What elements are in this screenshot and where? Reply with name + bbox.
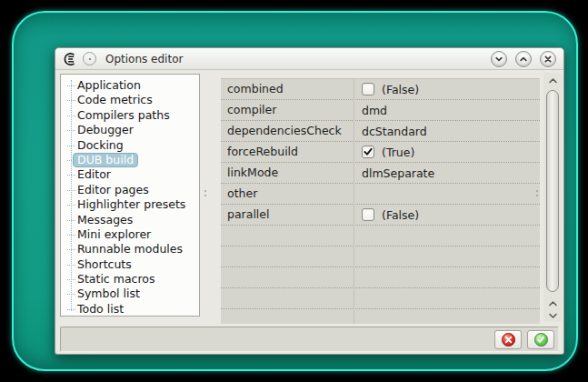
grid-vertical-scrollbar[interactable] (543, 73, 562, 322)
property-value-text: dlmSeparate (362, 166, 434, 180)
grid-row-other[interactable]: other (221, 184, 540, 205)
grid-row-empty (221, 288, 540, 309)
sidebar-item-dub-build[interactable]: DUB build (61, 153, 199, 167)
sidebar-item-label: Mini explorer (77, 227, 151, 242)
combined-checkbox[interactable] (362, 83, 374, 96)
desktop-background: Options editor ApplicationCode metricsCo… (0, 0, 588, 382)
sidebar-item-label: Editor (77, 167, 111, 182)
chevron-down-icon (494, 55, 503, 64)
property-name: other (221, 184, 354, 204)
property-value-text: (True) (382, 146, 414, 159)
property-name (221, 288, 354, 308)
sidebar-item-shortcuts[interactable]: Shortcuts (61, 257, 199, 272)
splitter-grip-right[interactable] (535, 190, 538, 196)
scroll-up-button-bottom[interactable] (543, 297, 562, 309)
property-name (221, 309, 354, 324)
property-value (354, 309, 540, 324)
sidebar-item-todo-list[interactable]: Todo list (61, 302, 199, 317)
titlebar[interactable]: Options editor (55, 48, 563, 70)
sidebar-item-label: Docking (77, 138, 124, 153)
sidebar-item-compilers-paths[interactable]: Compilers paths (61, 108, 199, 123)
sidebar-item-label: DUB build (73, 153, 138, 167)
tree-items: ApplicationCode metricsCompilers pathsDe… (61, 78, 199, 317)
sidebar-item-mini-explorer[interactable]: Mini explorer (61, 227, 199, 242)
property-grid[interactable]: combined(False)compilerdmddependenciesCh… (221, 78, 540, 324)
grid-rows: combined(False)compilerdmddependenciesCh… (221, 79, 540, 324)
unshade-button[interactable] (515, 51, 532, 67)
sidebar-item-label: Shortcuts (77, 257, 132, 272)
sidebar-item-label: Debugger (77, 123, 134, 137)
grid-row-empty (221, 226, 540, 246)
property-value[interactable]: (False) (354, 205, 540, 225)
red-cross-icon (502, 333, 515, 347)
property-name (221, 246, 354, 266)
sidebar-item-application[interactable]: Application (61, 78, 199, 93)
window-frame: Options editor ApplicationCode metricsCo… (12, 11, 578, 371)
property-value[interactable]: dmd (354, 100, 540, 120)
sidebar-item-runnable-modules[interactable]: Runnable modules (61, 242, 199, 256)
property-value-text: dmd (362, 104, 387, 117)
property-name: parallel (221, 205, 354, 225)
parallel-checkbox[interactable] (362, 208, 374, 221)
sidebar-item-label: Static macros (77, 272, 154, 286)
property-name: combined (221, 79, 354, 99)
sidebar-item-label: Compilers paths (77, 108, 170, 123)
property-value-text: (False) (382, 83, 419, 96)
grid-row-empty (221, 267, 540, 288)
chevron-up-icon (548, 77, 558, 85)
property-name: linkMode (221, 163, 354, 183)
property-value[interactable] (354, 184, 540, 204)
titlebar-buttons (491, 51, 556, 67)
options-editor-window: Options editor ApplicationCode metricsCo… (55, 47, 564, 355)
property-value[interactable]: dcStandard (354, 121, 540, 141)
splitter-grip-left[interactable] (204, 190, 206, 196)
property-value[interactable]: dlmSeparate (354, 163, 540, 183)
sidebar-item-docking[interactable]: Docking (61, 138, 199, 153)
property-value[interactable]: (True) (354, 142, 540, 162)
sidebar-item-label: Todo list (77, 302, 124, 317)
grid-row-forceRebuild[interactable]: forceRebuild(True) (221, 142, 540, 163)
sidebar-item-symbol-list[interactable]: Symbol list (61, 286, 199, 301)
property-name: dependenciesCheck (221, 121, 354, 141)
grid-column-divider[interactable] (354, 79, 354, 324)
property-value-text: dcStandard (362, 125, 427, 138)
cancel-button[interactable] (494, 330, 522, 349)
shade-button[interactable] (491, 51, 507, 67)
chevron-up-icon (519, 55, 528, 64)
grid-row-compiler[interactable]: compilerdmd (221, 100, 540, 121)
sidebar-item-label: Application (77, 78, 141, 93)
sidebar-item-code-metrics[interactable]: Code metrics (61, 93, 199, 107)
sidebar-item-messages[interactable]: Messages (61, 213, 199, 227)
property-name (221, 267, 354, 287)
chevron-up-icon (548, 300, 558, 307)
scrollbar-thumb[interactable] (546, 90, 559, 292)
grid-row-parallel[interactable]: parallel(False) (221, 205, 540, 226)
grid-row-linkMode[interactable]: linkModedlmSeparate (221, 163, 540, 184)
forceRebuild-checkbox[interactable] (362, 146, 374, 158)
property-name: compiler (221, 100, 354, 120)
property-value (354, 288, 540, 308)
sidebar-item-editor[interactable]: Editor (61, 167, 199, 182)
window-menu-button[interactable] (83, 52, 96, 65)
scroll-up-button[interactable] (543, 75, 562, 86)
property-value[interactable]: (False) (354, 79, 540, 99)
grid-row-combined[interactable]: combined(False) (221, 79, 540, 100)
grid-row-empty (221, 246, 540, 267)
sidebar-item-static-macros[interactable]: Static macros (61, 272, 199, 286)
sidebar-item-label: Editor pages (77, 183, 149, 197)
grid-row-dependenciesCheck[interactable]: dependenciesCheckdcStandard (221, 121, 540, 142)
property-value-text: (False) (382, 208, 419, 222)
sidebar-item-debugger[interactable]: Debugger (61, 123, 199, 137)
coedit-logo-icon (63, 52, 77, 66)
footer-panel (60, 327, 559, 352)
sidebar-item-editor-pages[interactable]: Editor pages (61, 183, 199, 197)
close-button[interactable] (540, 51, 556, 67)
checkmark-icon (363, 146, 374, 157)
sidebar-item-highlighter-presets[interactable]: Highlighter presets (61, 197, 199, 212)
scroll-down-button[interactable] (543, 309, 562, 321)
window-title: Options editor (105, 53, 183, 65)
accept-button[interactable] (527, 330, 554, 349)
sidebar-item-label: Symbol list (77, 286, 140, 301)
category-tree[interactable]: ApplicationCode metricsCompilers pathsDe… (60, 74, 200, 317)
green-check-icon (534, 333, 548, 347)
